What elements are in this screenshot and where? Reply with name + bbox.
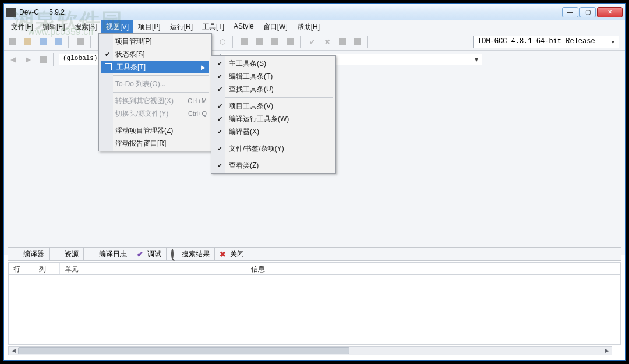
menu-tools[interactable]: 工具[T]: [197, 20, 229, 33]
check-icon: ✔: [137, 250, 145, 258]
check-icon: ✔: [217, 73, 222, 80]
menu-item-statusbar[interactable]: ✔状态条[S]: [100, 48, 210, 61]
check-icon: ✔: [217, 115, 222, 123]
bottom-tabstrip: 编译器 资源 编译日志 ✔调试 搜索结果 ✖关闭: [8, 247, 621, 261]
check-icon[interactable]: ✔: [306, 36, 319, 48]
menu-item-todo: To-Do 列表(O)...: [100, 77, 210, 90]
bookmark-prev-icon[interactable]: ◀: [6, 53, 19, 66]
x-icon: ✖: [220, 250, 228, 258]
main-toolbar: ↶ ↷ 🔍 🔍 ◀ ▶ ⬛ ⬡ ✔ ✖ TDM-GCC 4.8.1 64-bit…: [4, 33, 625, 51]
print-icon[interactable]: [74, 36, 87, 48]
titlebar: Dev-C++ 5.9.2 — ▢ ✕: [4, 4, 625, 20]
bars-icon: [89, 250, 97, 258]
menu-project[interactable]: 项目[P]: [133, 20, 165, 33]
close-button[interactable]: ✕: [597, 7, 623, 17]
submenu-item-bookmarks-toolbar[interactable]: ✔文件/书签/杂项(Y): [213, 142, 334, 155]
scroll-right-icon[interactable]: ▶: [602, 347, 612, 355]
compile-run-icon[interactable]: [268, 36, 281, 48]
menu-item-toolbars[interactable]: 工具条[T]▶: [101, 61, 209, 73]
menu-separator: [214, 157, 333, 157]
horizontal-scrollbar[interactable]: ◀ ▶: [8, 346, 612, 355]
maximize-button[interactable]: ▢: [579, 7, 596, 17]
tab-compiler[interactable]: 编译器: [8, 248, 50, 260]
tab-debug[interactable]: ✔调试: [132, 248, 167, 260]
submenu-item-view-class[interactable]: ✔查看类(Z): [213, 159, 334, 172]
menu-separator: [214, 140, 333, 140]
tab-resources[interactable]: 资源: [50, 248, 84, 260]
results-header: 行 列 单元 信息: [8, 262, 621, 275]
grid-icon: [13, 250, 21, 258]
debug-icon[interactable]: [336, 36, 349, 48]
tab-compile-log[interactable]: 编译日志: [84, 248, 132, 260]
menu-run[interactable]: 运行[R]: [165, 20, 197, 33]
minimize-button[interactable]: —: [562, 7, 578, 17]
scope-combo[interactable]: (globals): [59, 54, 101, 65]
menu-item-switch-view: 转换到其它视图(X)Ctrl+M: [100, 94, 210, 107]
menu-item-project-manager[interactable]: 项目管理[P]: [100, 35, 210, 48]
menu-item-float-report[interactable]: 浮动报告窗口[R]: [100, 137, 210, 150]
menu-astyle[interactable]: AStyle: [229, 20, 259, 33]
toolbars-submenu: ✔主工具条(S) ✔编辑工具条(T) ✔查找工具条(U) ✔项目工具条(V) ✔…: [211, 55, 336, 174]
submenu-item-compile-run-toolbar[interactable]: ✔编译运行工具条(W): [213, 112, 334, 125]
check-icon: ✔: [217, 86, 222, 93]
compiler-profile-combo[interactable]: TDM-GCC 4.8.1 64-bit Release: [473, 36, 619, 48]
check-icon: ✔: [217, 60, 222, 68]
col-info[interactable]: 信息: [246, 263, 620, 274]
col-line[interactable]: 行: [9, 263, 34, 274]
scrollbar-thumb[interactable]: [18, 347, 349, 354]
check-icon: ✔: [217, 145, 222, 153]
window-title: Dev-C++ 5.9.2: [19, 8, 562, 16]
new-file-icon[interactable]: [6, 36, 19, 48]
menu-window[interactable]: 窗口[W]: [259, 20, 292, 33]
menu-separator: [101, 122, 209, 122]
resources-icon: [54, 250, 62, 258]
menu-item-float-pm[interactable]: 浮动项目管理器(Z): [100, 124, 210, 137]
menu-separator: [101, 75, 209, 76]
menu-edit[interactable]: 编辑[E]: [38, 20, 70, 33]
bookmark-next-icon[interactable]: ▶: [22, 53, 34, 66]
compile-icon[interactable]: [238, 36, 251, 48]
check-icon: ✔: [217, 103, 222, 110]
submenu-item-find-toolbar[interactable]: ✔查找工具条(U): [213, 83, 334, 96]
menu-separator: [101, 92, 209, 93]
gear-icon: [105, 63, 112, 70]
col-col[interactable]: 列: [34, 263, 60, 274]
menu-search[interactable]: 搜索[S]: [70, 20, 102, 33]
x-icon[interactable]: ✖: [321, 36, 334, 48]
results-body[interactable]: [8, 275, 621, 345]
menu-item-switch-header: 切换头/源文件(Y)Ctrl+Q: [100, 107, 210, 120]
submenu-item-edit-toolbar[interactable]: ✔编辑工具条(T): [213, 70, 334, 83]
submenu-arrow-icon: ▶: [201, 64, 206, 70]
menubar: 文件[F] 编辑[E] 搜索[S] 视图[V] 项目[P] 运行[R] 工具[T…: [4, 20, 625, 33]
rebuild-icon[interactable]: [284, 36, 296, 48]
profile-icon[interactable]: [351, 36, 364, 48]
col-unit[interactable]: 单元: [60, 263, 246, 274]
menu-separator: [214, 97, 333, 98]
menu-help[interactable]: 帮助[H]: [292, 20, 324, 33]
open-file-icon[interactable]: [22, 36, 34, 48]
view-dropdown: 项目管理[P] ✔状态条[S] 工具条[T]▶ To-Do 列表(O)... 转…: [98, 33, 212, 151]
scroll-left-icon[interactable]: ◀: [9, 347, 18, 355]
search-icon: [171, 250, 179, 258]
submenu-item-main-toolbar[interactable]: ✔主工具条(S): [213, 57, 334, 70]
save-all-icon[interactable]: [52, 36, 65, 48]
menu-view[interactable]: 视图[V]: [101, 20, 133, 33]
app-icon: [6, 8, 16, 17]
tab-search-results[interactable]: 搜索结果: [167, 248, 215, 260]
bookmark-toggle-icon[interactable]: [37, 53, 50, 66]
app-window: Dev-C++ 5.9.2 — ▢ ✕ 文件[F] 编辑[E] 搜索[S] 视图…: [3, 3, 626, 361]
submenu-item-compiler-toolbar[interactable]: ✔编译器(X): [213, 125, 334, 138]
check-icon: ✔: [217, 128, 222, 136]
shield-icon[interactable]: ⬡: [216, 36, 229, 48]
save-icon[interactable]: [37, 36, 50, 48]
run-icon[interactable]: [253, 36, 266, 48]
submenu-item-project-toolbar[interactable]: ✔项目工具条(V): [213, 100, 334, 112]
check-icon: ✔: [105, 51, 110, 58]
tab-close[interactable]: ✖关闭: [215, 248, 249, 260]
menu-file[interactable]: 文件[F]: [6, 20, 38, 33]
check-icon: ✔: [217, 162, 222, 169]
